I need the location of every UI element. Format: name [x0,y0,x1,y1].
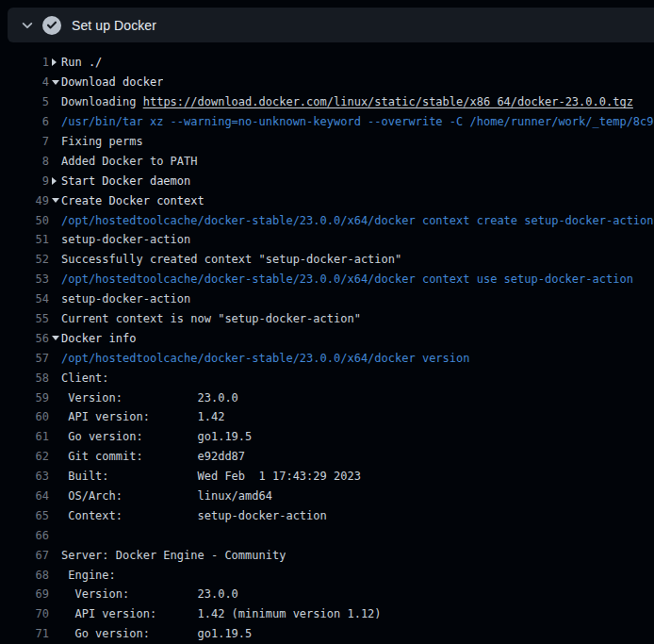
line-number[interactable]: 52 [0,253,49,266]
log-text: Context: setup-docker-action [61,509,327,522]
group-title: Docker info [61,332,136,345]
log-text: OS/Arch: linux/amd64 [61,489,272,503]
line-number[interactable]: 1 [0,56,49,69]
line-number[interactable]: 59 [0,391,49,405]
log-line: 67Server: Docker Engine - Community [0,545,654,565]
log-line: 50/opt/hostedtoolcache/docker-stable/23.… [0,210,654,230]
log-viewer: 1Run ./4Download docker5Downloading http… [0,42,654,644]
line-number[interactable]: 62 [0,450,49,463]
log-line: 59 Version: 23.0.0 [0,388,654,407]
log-text: API version: 1.42 (minimum version 1.12) [61,607,382,620]
log-line: 7Fixing perms [0,132,654,152]
log-line: 52Successfully created context "setup-do… [0,250,654,270]
log-line: 6/usr/bin/tar xz --warning=no-unknown-ke… [0,112,654,132]
line-number[interactable]: 65 [0,509,49,522]
group-title: Download docker [61,75,163,89]
log-line: 68 Engine: [0,565,654,585]
command-text: /usr/bin/tar xz --warning=no-unknown-key… [61,115,654,128]
line-number[interactable]: 6 [0,115,49,128]
line-number[interactable]: 54 [0,292,49,305]
group-expanded-triangle-icon[interactable] [49,80,61,85]
line-number[interactable]: 49 [0,194,49,207]
line-number[interactable]: 69 [0,587,49,601]
group-title: Run ./ [61,56,102,69]
line-number[interactable]: 70 [0,607,49,620]
log-text: Successfully created context "setup-dock… [61,253,401,266]
command-text: /opt/hostedtoolcache/docker-stable/23.0.… [61,214,654,227]
log-line: 51setup-docker-action [0,230,654,250]
log-line[interactable]: 9Start Docker daemon [0,171,654,190]
log-url-link[interactable]: https://download.docker.com/linux/static… [143,95,633,108]
line-number[interactable]: 60 [0,410,49,423]
log-text: Server: Docker Engine - Community [61,549,286,562]
line-number[interactable]: 63 [0,470,49,483]
log-text: Added Docker to PATH [61,155,198,168]
log-text: Version: 23.0.0 [61,391,238,405]
log-line: 57/opt/hostedtoolcache/docker-stable/23.… [0,348,654,368]
group-collapsed-triangle-icon[interactable] [49,177,61,185]
command-text: /opt/hostedtoolcache/docker-stable/23.0.… [61,352,469,365]
log-line: 66 [0,525,654,545]
log-text: setup-docker-action [61,233,190,246]
line-number[interactable]: 50 [0,214,49,227]
log-line: 62 Git commit: e92dd87 [0,447,654,467]
group-expanded-triangle-icon[interactable] [49,336,61,340]
log-line: 58Client: [0,368,654,388]
line-number[interactable]: 4 [0,75,49,89]
log-line: 61 Go version: go1.19.5 [0,427,654,447]
step-header-set-up-docker[interactable]: Set up Docker [8,8,654,42]
step-title: Set up Docker [72,18,156,33]
log-text: Downloading https://download.docker.com/… [61,95,633,108]
line-number[interactable]: 55 [0,312,49,325]
group-title: Create Docker context [61,194,204,207]
log-text: Engine: [61,569,116,582]
log-line: 54setup-docker-action [0,289,654,309]
log-line: 70 API version: 1.42 (minimum version 1.… [0,604,654,624]
line-number[interactable]: 7 [0,135,49,148]
log-text: Client: [61,372,109,385]
line-number[interactable]: 9 [0,174,49,188]
log-line[interactable]: 1Run ./ [0,53,654,73]
log-line: 64 OS/Arch: linux/amd64 [0,487,654,506]
log-text: Git commit: e92dd87 [61,450,245,463]
log-text: API version: 1.42 [61,410,224,423]
log-line: 65 Context: setup-docker-action [0,505,654,525]
line-number[interactable]: 61 [0,430,49,443]
log-line: 69 Version: 23.0.0 [0,585,654,604]
check-circle-icon [42,16,61,35]
line-number[interactable]: 53 [0,272,49,286]
chevron-down-icon[interactable] [17,19,38,32]
group-collapsed-triangle-icon[interactable] [49,58,61,66]
log-line: 8Added Docker to PATH [0,151,654,171]
log-line: 53/opt/hostedtoolcache/docker-stable/23.… [0,270,654,289]
line-number[interactable]: 66 [0,529,49,542]
log-text: Built: Wed Feb 1 17:43:29 2023 [61,470,361,483]
line-number[interactable]: 68 [0,569,49,582]
line-number[interactable]: 58 [0,372,49,385]
log-line: 5Downloading https://download.docker.com… [0,92,654,112]
log-text: Go version: go1.19.5 [61,627,252,640]
log-line: 60 API version: 1.42 [0,407,654,427]
line-number[interactable]: 57 [0,352,49,365]
log-text: setup-docker-action [61,292,190,305]
group-title: Start Docker daemon [61,174,190,188]
log-line: 71 Go version: go1.19.5 [0,624,654,644]
log-text: Version: 23.0.0 [61,587,238,601]
line-number[interactable]: 56 [0,332,49,345]
log-line: 63 Built: Wed Feb 1 17:43:29 2023 [0,467,654,487]
line-number[interactable]: 51 [0,233,49,246]
log-text: Fixing perms [61,135,143,148]
group-expanded-triangle-icon[interactable] [49,198,61,203]
line-number[interactable]: 5 [0,95,49,108]
line-number[interactable]: 64 [0,489,49,503]
log-text: Go version: go1.19.5 [61,430,252,443]
log-line: 55Current context is now "setup-docker-a… [0,309,654,329]
line-number[interactable]: 8 [0,155,49,168]
log-line[interactable]: 56Docker info [0,328,654,348]
log-line[interactable]: 49Create Docker context [0,190,654,210]
log-line[interactable]: 4Download docker [0,73,654,92]
log-text-segment: Downloading [61,95,143,108]
command-text: /opt/hostedtoolcache/docker-stable/23.0.… [61,272,633,286]
line-number[interactable]: 67 [0,549,49,562]
line-number[interactable]: 71 [0,627,49,640]
